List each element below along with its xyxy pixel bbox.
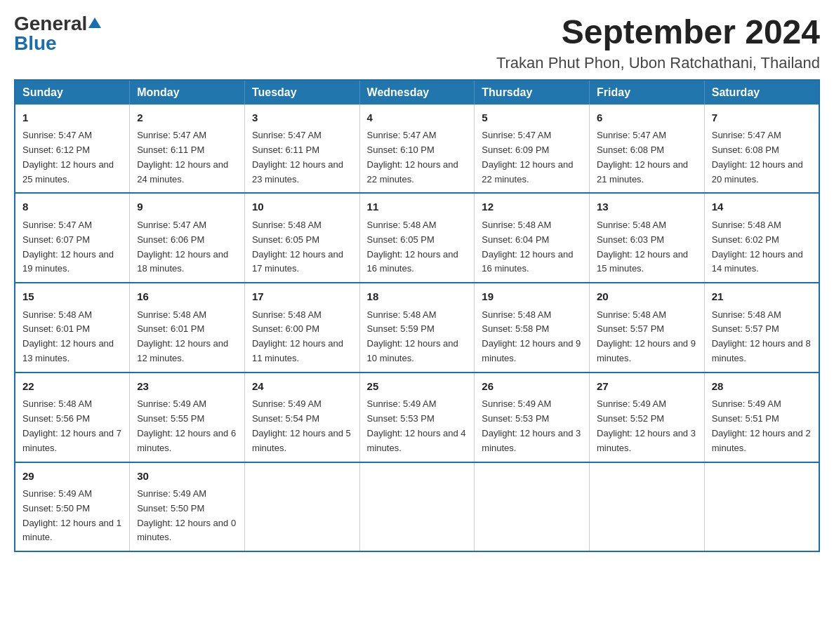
table-row: 25 Sunrise: 5:49 AMSunset: 5:53 PMDaylig… bbox=[359, 373, 475, 462]
table-row: 10 Sunrise: 5:48 AMSunset: 6:05 PMDaylig… bbox=[244, 193, 359, 283]
day-info: Sunrise: 5:48 AMSunset: 5:57 PMDaylight:… bbox=[712, 309, 811, 363]
table-row: 11 Sunrise: 5:48 AMSunset: 6:05 PMDaylig… bbox=[359, 193, 475, 283]
day-number: 9 bbox=[137, 199, 237, 215]
day-number: 27 bbox=[597, 379, 697, 395]
col-saturday: Saturday bbox=[704, 80, 819, 105]
day-number: 24 bbox=[252, 379, 352, 395]
day-number: 15 bbox=[22, 289, 122, 305]
col-tuesday: Tuesday bbox=[244, 80, 359, 105]
day-number: 28 bbox=[712, 379, 812, 395]
table-row: 16 Sunrise: 5:48 AMSunset: 6:01 PMDaylig… bbox=[130, 283, 245, 373]
day-info: Sunrise: 5:48 AMSunset: 6:05 PMDaylight:… bbox=[367, 220, 458, 274]
table-row: 7 Sunrise: 5:47 AMSunset: 6:08 PMDayligh… bbox=[704, 105, 819, 194]
day-info: Sunrise: 5:48 AMSunset: 6:03 PMDaylight:… bbox=[597, 220, 688, 274]
table-row: 21 Sunrise: 5:48 AMSunset: 5:57 PMDaylig… bbox=[704, 283, 819, 373]
day-number: 14 bbox=[712, 199, 812, 215]
calendar-week-row: 8 Sunrise: 5:47 AMSunset: 6:07 PMDayligh… bbox=[15, 193, 819, 283]
table-row: 6 Sunrise: 5:47 AMSunset: 6:08 PMDayligh… bbox=[590, 105, 705, 194]
day-info: Sunrise: 5:49 AMSunset: 5:55 PMDaylight:… bbox=[137, 398, 236, 452]
day-number: 21 bbox=[712, 289, 812, 305]
day-number: 29 bbox=[22, 469, 122, 485]
day-info: Sunrise: 5:47 AMSunset: 6:12 PMDaylight:… bbox=[22, 130, 114, 184]
table-row bbox=[590, 462, 705, 552]
day-number: 19 bbox=[482, 289, 582, 305]
day-info: Sunrise: 5:48 AMSunset: 6:02 PMDaylight:… bbox=[712, 220, 803, 274]
table-row: 13 Sunrise: 5:48 AMSunset: 6:03 PMDaylig… bbox=[590, 193, 705, 283]
day-info: Sunrise: 5:48 AMSunset: 6:01 PMDaylight:… bbox=[22, 309, 114, 363]
table-row bbox=[475, 462, 590, 552]
day-info: Sunrise: 5:49 AMSunset: 5:52 PMDaylight:… bbox=[597, 398, 696, 452]
day-info: Sunrise: 5:47 AMSunset: 6:08 PMDaylight:… bbox=[597, 130, 688, 184]
col-sunday: Sunday bbox=[15, 80, 130, 105]
day-number: 11 bbox=[367, 199, 468, 215]
col-friday: Friday bbox=[590, 80, 705, 105]
day-info: Sunrise: 5:49 AMSunset: 5:50 PMDaylight:… bbox=[22, 488, 121, 542]
day-info: Sunrise: 5:48 AMSunset: 6:00 PMDaylight:… bbox=[252, 309, 343, 363]
day-info: Sunrise: 5:48 AMSunset: 5:56 PMDaylight:… bbox=[22, 398, 121, 452]
day-number: 22 bbox=[22, 379, 122, 395]
day-number: 3 bbox=[252, 110, 352, 126]
page-header: General Blue September 2024 Trakan Phut … bbox=[14, 14, 820, 72]
table-row: 8 Sunrise: 5:47 AMSunset: 6:07 PMDayligh… bbox=[15, 193, 130, 283]
day-number: 13 bbox=[597, 199, 697, 215]
table-row: 12 Sunrise: 5:48 AMSunset: 6:04 PMDaylig… bbox=[475, 193, 590, 283]
logo-triangle-icon bbox=[88, 18, 101, 28]
table-row: 27 Sunrise: 5:49 AMSunset: 5:52 PMDaylig… bbox=[590, 373, 705, 462]
day-info: Sunrise: 5:47 AMSunset: 6:07 PMDaylight:… bbox=[22, 220, 114, 274]
day-number: 2 bbox=[137, 110, 237, 126]
table-row: 29 Sunrise: 5:49 AMSunset: 5:50 PMDaylig… bbox=[15, 462, 130, 552]
day-info: Sunrise: 5:48 AMSunset: 6:05 PMDaylight:… bbox=[252, 220, 343, 274]
day-info: Sunrise: 5:49 AMSunset: 5:51 PMDaylight:… bbox=[712, 398, 811, 452]
table-row: 2 Sunrise: 5:47 AMSunset: 6:11 PMDayligh… bbox=[130, 105, 245, 194]
table-row: 24 Sunrise: 5:49 AMSunset: 5:54 PMDaylig… bbox=[244, 373, 359, 462]
location-subtitle: Trakan Phut Phon, Ubon Ratchathani, Thai… bbox=[496, 54, 820, 72]
day-info: Sunrise: 5:48 AMSunset: 6:01 PMDaylight:… bbox=[137, 309, 228, 363]
day-number: 17 bbox=[252, 289, 352, 305]
calendar-header-row: Sunday Monday Tuesday Wednesday Thursday… bbox=[15, 80, 819, 105]
col-wednesday: Wednesday bbox=[359, 80, 475, 105]
calendar-week-row: 1 Sunrise: 5:47 AMSunset: 6:12 PMDayligh… bbox=[15, 105, 819, 194]
calendar-week-row: 15 Sunrise: 5:48 AMSunset: 6:01 PMDaylig… bbox=[15, 283, 819, 373]
day-number: 10 bbox=[252, 199, 352, 215]
day-info: Sunrise: 5:47 AMSunset: 6:06 PMDaylight:… bbox=[137, 220, 228, 274]
day-info: Sunrise: 5:49 AMSunset: 5:54 PMDaylight:… bbox=[252, 398, 351, 452]
day-info: Sunrise: 5:49 AMSunset: 5:53 PMDaylight:… bbox=[367, 398, 466, 452]
day-number: 30 bbox=[137, 469, 237, 485]
day-number: 12 bbox=[482, 199, 582, 215]
table-row: 15 Sunrise: 5:48 AMSunset: 6:01 PMDaylig… bbox=[15, 283, 130, 373]
month-year-title: September 2024 bbox=[496, 14, 820, 51]
table-row: 14 Sunrise: 5:48 AMSunset: 6:02 PMDaylig… bbox=[704, 193, 819, 283]
day-number: 18 bbox=[367, 289, 468, 305]
day-info: Sunrise: 5:49 AMSunset: 5:53 PMDaylight:… bbox=[482, 398, 581, 452]
day-number: 20 bbox=[597, 289, 697, 305]
col-monday: Monday bbox=[130, 80, 245, 105]
table-row bbox=[244, 462, 359, 552]
day-number: 8 bbox=[22, 199, 122, 215]
title-section: September 2024 Trakan Phut Phon, Ubon Ra… bbox=[496, 14, 820, 72]
table-row: 3 Sunrise: 5:47 AMSunset: 6:11 PMDayligh… bbox=[244, 105, 359, 194]
calendar-week-row: 22 Sunrise: 5:48 AMSunset: 5:56 PMDaylig… bbox=[15, 373, 819, 462]
day-number: 4 bbox=[367, 110, 468, 126]
table-row: 17 Sunrise: 5:48 AMSunset: 6:00 PMDaylig… bbox=[244, 283, 359, 373]
day-info: Sunrise: 5:48 AMSunset: 5:58 PMDaylight:… bbox=[482, 309, 581, 363]
day-number: 16 bbox=[137, 289, 237, 305]
table-row: 4 Sunrise: 5:47 AMSunset: 6:10 PMDayligh… bbox=[359, 105, 475, 194]
table-row bbox=[704, 462, 819, 552]
day-info: Sunrise: 5:48 AMSunset: 5:57 PMDaylight:… bbox=[597, 309, 696, 363]
logo-blue: Blue bbox=[14, 34, 57, 53]
table-row: 1 Sunrise: 5:47 AMSunset: 6:12 PMDayligh… bbox=[15, 105, 130, 194]
table-row: 19 Sunrise: 5:48 AMSunset: 5:58 PMDaylig… bbox=[475, 283, 590, 373]
day-info: Sunrise: 5:49 AMSunset: 5:50 PMDaylight:… bbox=[137, 488, 236, 542]
day-info: Sunrise: 5:47 AMSunset: 6:10 PMDaylight:… bbox=[367, 130, 458, 184]
table-row: 28 Sunrise: 5:49 AMSunset: 5:51 PMDaylig… bbox=[704, 373, 819, 462]
logo-general: General bbox=[14, 14, 87, 34]
table-row bbox=[359, 462, 475, 552]
table-row: 20 Sunrise: 5:48 AMSunset: 5:57 PMDaylig… bbox=[590, 283, 705, 373]
table-row: 9 Sunrise: 5:47 AMSunset: 6:06 PMDayligh… bbox=[130, 193, 245, 283]
day-number: 7 bbox=[712, 110, 812, 126]
day-number: 6 bbox=[597, 110, 697, 126]
table-row: 26 Sunrise: 5:49 AMSunset: 5:53 PMDaylig… bbox=[475, 373, 590, 462]
day-number: 26 bbox=[482, 379, 582, 395]
table-row: 18 Sunrise: 5:48 AMSunset: 5:59 PMDaylig… bbox=[359, 283, 475, 373]
table-row: 30 Sunrise: 5:49 AMSunset: 5:50 PMDaylig… bbox=[130, 462, 245, 552]
